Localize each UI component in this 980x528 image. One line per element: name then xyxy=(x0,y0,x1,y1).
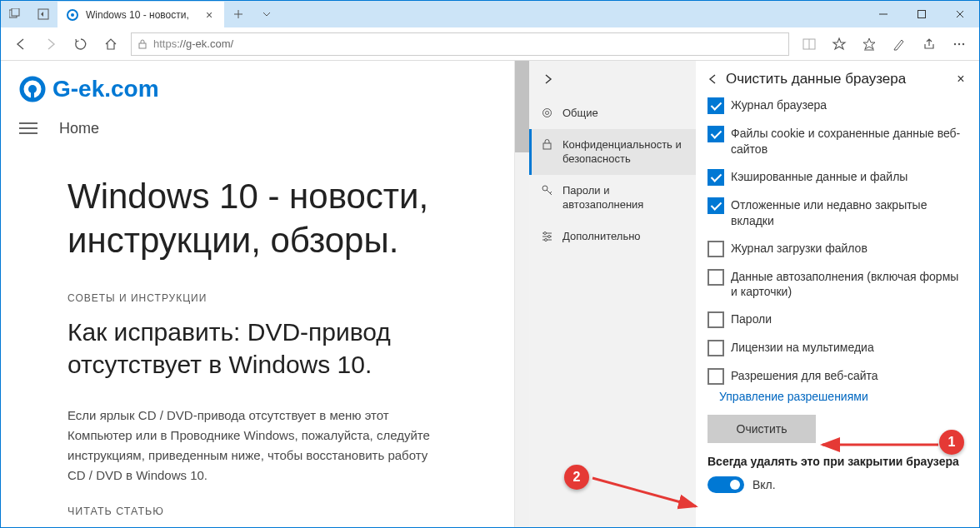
close-window-button[interactable] xyxy=(941,1,979,27)
checkbox[interactable] xyxy=(708,169,724,186)
refresh-button[interactable] xyxy=(66,29,96,59)
forward-button[interactable] xyxy=(36,29,66,59)
svg-rect-18 xyxy=(543,143,551,149)
tab-close-icon[interactable]: × xyxy=(202,8,216,22)
browser-tab[interactable]: Windows 10 - новости, × xyxy=(58,1,224,27)
checkbox-row[interactable]: Кэшированные данные и файлы xyxy=(708,169,968,186)
svg-rect-14 xyxy=(31,92,34,101)
site-logo-icon xyxy=(18,74,48,104)
share-icon[interactable] xyxy=(914,29,944,59)
gear-icon xyxy=(539,107,554,119)
checkbox-row[interactable]: Журнал браузера xyxy=(708,97,968,114)
settings-panel: Общие Конфиденциальность и безопасность … xyxy=(529,61,696,527)
checkbox-label: Кэшированные данные и файлы xyxy=(731,169,908,185)
checkbox-row[interactable]: Пароли xyxy=(708,311,968,328)
checkbox-row[interactable]: Разрешения для веб-сайта xyxy=(708,368,968,385)
checkbox-label: Данные автозаполнения (включая формы и к… xyxy=(731,269,968,301)
svg-rect-6 xyxy=(139,43,146,48)
back-button[interactable] xyxy=(6,29,36,59)
set-aside-icon[interactable] xyxy=(29,1,58,27)
tab-title: Windows 10 - новости, xyxy=(86,9,202,21)
page-heading: Windows 10 - новости, инструкции, обзоры… xyxy=(68,175,448,262)
checkbox[interactable] xyxy=(708,340,724,356)
svg-point-12 xyxy=(962,42,964,44)
home-button[interactable] xyxy=(96,29,126,59)
page-scrollbar[interactable] xyxy=(514,61,529,527)
panel-close-icon[interactable]: × xyxy=(951,72,971,87)
tab-preview-icon[interactable] xyxy=(1,1,29,27)
callout-arrow-2 xyxy=(589,471,706,513)
minimize-button[interactable] xyxy=(864,1,902,27)
svg-point-24 xyxy=(548,235,550,237)
svg-point-11 xyxy=(958,42,960,44)
settings-back-button[interactable] xyxy=(529,61,696,97)
checkbox-row[interactable]: Файлы cookie и сохраненные данные веб-са… xyxy=(708,126,968,157)
maximize-button[interactable] xyxy=(902,1,941,27)
article-excerpt: Если ярлык CD / DVD-привода отсутствует … xyxy=(68,406,448,486)
svg-point-25 xyxy=(544,238,547,241)
svg-rect-5 xyxy=(918,11,926,18)
callout-badge-2: 2 xyxy=(564,465,589,490)
read-more-link[interactable]: ЧИТАТЬ СТАТЬЮ xyxy=(68,506,448,517)
settings-item-privacy[interactable]: Конфиденциальность и безопасность xyxy=(529,129,696,175)
site-logo-text: G-ek.com xyxy=(52,76,159,102)
lock-icon xyxy=(539,138,554,151)
clear-data-panel: Очистить данные браузера × Журнал браузе… xyxy=(696,61,979,527)
tab-favicon-icon xyxy=(66,8,79,22)
checkbox-label: Файлы cookie и сохраненные данные веб-са… xyxy=(731,126,968,157)
settings-item-passwords[interactable]: Пароли и автозаполнения xyxy=(529,175,696,221)
checkbox[interactable] xyxy=(708,241,724,257)
settings-item-label: Общие xyxy=(562,106,598,121)
toolbar: https://g-ek.com/ xyxy=(1,27,979,61)
checkbox-row[interactable]: Лицензии на мультимедиа xyxy=(708,340,968,356)
settings-item-general[interactable]: Общие xyxy=(529,97,696,129)
settings-item-label: Пароли и автозаполнения xyxy=(562,183,686,212)
url-path: ://g-ek.com/ xyxy=(177,37,233,50)
checkbox[interactable] xyxy=(708,311,724,328)
favorites-hub-icon[interactable] xyxy=(854,29,884,59)
svg-point-15 xyxy=(28,85,37,93)
article-title[interactable]: Как исправить: DVD-привод отсутствует в … xyxy=(68,316,448,381)
scrollbar-thumb[interactable] xyxy=(515,61,529,152)
more-icon[interactable] xyxy=(944,29,974,59)
checkbox-row[interactable]: Журнал загрузки файлов xyxy=(708,241,968,257)
settings-item-advanced[interactable]: Дополнительно xyxy=(529,221,696,252)
url-input[interactable]: https://g-ek.com/ xyxy=(131,32,789,56)
key-icon xyxy=(539,184,554,197)
checkbox-label: Лицензии на мультимедиа xyxy=(731,340,874,356)
reading-view-icon[interactable] xyxy=(794,29,824,59)
toggle-state-label: Вкл. xyxy=(752,478,776,491)
settings-item-label: Дополнительно xyxy=(562,229,641,244)
panel-back-button[interactable] xyxy=(702,72,722,86)
article-tag: СОВЕТЫ И ИНСТРУКЦИИ xyxy=(68,292,448,304)
hamburger-icon[interactable] xyxy=(19,119,38,137)
toggle-title: Всегда удалять это при закрытии браузера xyxy=(708,455,968,468)
tabs-chevron-icon[interactable] xyxy=(252,1,281,27)
checkbox-row[interactable]: Данные автозаполнения (включая формы и к… xyxy=(708,269,968,301)
checkbox[interactable] xyxy=(708,126,724,142)
checkbox-row[interactable]: Отложенные или недавно закрытые вкладки xyxy=(708,197,968,229)
manage-permissions-link[interactable]: Управление разрешениями xyxy=(719,390,979,403)
nav-home[interactable]: Home xyxy=(59,120,99,137)
settings-item-label: Конфиденциальность и безопасность xyxy=(562,137,686,167)
checkbox-label: Журнал загрузки файлов xyxy=(731,241,868,257)
always-clear-toggle[interactable] xyxy=(708,476,744,493)
checkbox[interactable] xyxy=(708,269,724,286)
checkbox[interactable] xyxy=(708,197,724,214)
sliders-icon xyxy=(539,230,554,242)
svg-point-16 xyxy=(542,109,551,117)
callout-arrow-1 xyxy=(818,436,942,454)
svg-point-23 xyxy=(543,232,546,234)
checkbox-label: Журнал браузера xyxy=(731,97,827,113)
svg-line-27 xyxy=(592,478,696,506)
favorite-icon[interactable] xyxy=(824,29,854,59)
new-tab-button[interactable] xyxy=(224,1,252,27)
checkbox[interactable] xyxy=(708,97,724,114)
svg-rect-1 xyxy=(12,8,19,16)
checkbox-label: Отложенные или недавно закрытые вкладки xyxy=(731,197,968,229)
notes-icon[interactable] xyxy=(884,29,914,59)
checkbox-label: Пароли xyxy=(731,311,772,327)
clear-button[interactable]: Очистить xyxy=(708,415,816,443)
panel-title: Очистить данные браузера xyxy=(722,71,951,87)
checkbox[interactable] xyxy=(708,368,724,385)
